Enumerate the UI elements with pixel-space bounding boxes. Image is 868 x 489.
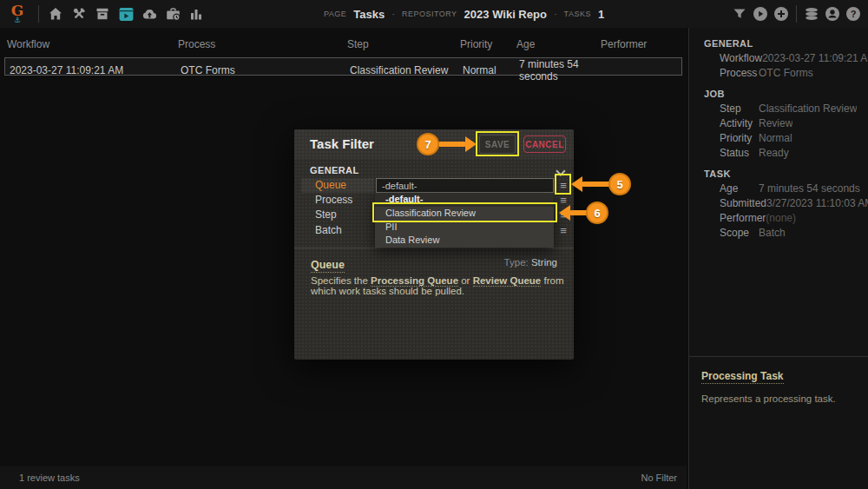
user-account-icon[interactable]: [823, 4, 842, 23]
queue-input[interactable]: [376, 178, 554, 193]
column-header-workflow[interactable]: Workflow: [7, 38, 178, 50]
detail-value: Classification Review: [759, 102, 857, 116]
highlight-box-save: [476, 131, 519, 156]
stats-chart-icon[interactable]: [187, 4, 206, 23]
property-term-link[interactable]: Queue: [311, 259, 345, 273]
database-icon[interactable]: [802, 4, 821, 23]
status-bar: 1 review tasks No Filter: [0, 466, 687, 489]
column-header-process[interactable]: Process: [178, 38, 347, 50]
app-window: G ⚓: [0, 0, 868, 489]
dialog-divider: [294, 248, 574, 248]
detail-label: Age: [689, 182, 759, 196]
task-filter-dialog: Task Filter SAVE CANCEL GENERAL Queue Pr…: [294, 129, 574, 360]
field-label-step[interactable]: Step: [301, 208, 374, 222]
logo-anchor-icon: ⚓: [14, 17, 21, 24]
svg-text:?: ?: [851, 9, 857, 19]
help-icon[interactable]: ?: [844, 4, 863, 23]
filter-status[interactable]: No Filter: [641, 472, 677, 483]
design-tools-icon[interactable]: [69, 4, 89, 23]
top-navigation-bar: G ⚓: [0, 0, 868, 28]
arrow-7-shaft: [438, 142, 466, 147]
column-header-priority[interactable]: Priority: [460, 38, 516, 50]
start-task-icon[interactable]: [751, 4, 770, 23]
detail-row-scope: Scope Batch: [689, 226, 868, 241]
breadcrumb-separator: ·: [391, 9, 395, 19]
cell-process: OTC Forms: [181, 64, 350, 76]
add-icon[interactable]: [772, 4, 791, 23]
annotation-step-7: 7: [417, 133, 439, 155]
detail-label: Scope: [689, 226, 759, 241]
topbar-divider: [38, 5, 39, 23]
help-description: Represents a processing task.: [701, 393, 857, 404]
breadcrumb-separator2: ·: [554, 9, 557, 19]
breadcrumb-repo-value[interactable]: 2023 Wiki Repo: [464, 8, 547, 21]
arrow-5-shaft: [582, 182, 611, 187]
detail-value: OTC Forms: [759, 66, 813, 81]
breadcrumb-page-label: PAGE: [324, 10, 346, 18]
detail-label: Performer: [689, 211, 766, 226]
detail-value: Batch: [759, 226, 786, 241]
home-icon[interactable]: [46, 4, 65, 23]
detail-row-activity: Activity Review: [689, 116, 868, 131]
breadcrumb-repo-label: REPOSITORY: [402, 10, 457, 18]
column-header-performer[interactable]: Performer: [601, 38, 687, 50]
section-general: GENERAL: [689, 36, 868, 51]
topbar-right-divider: [796, 5, 797, 23]
breadcrumb-tasks-label: TASKS: [564, 10, 591, 18]
task-count-status: 1 review tasks: [19, 472, 80, 483]
annotation-step-5: 5: [608, 173, 631, 195]
detail-label: Process: [689, 66, 759, 81]
help-title-link[interactable]: Processing Task: [701, 370, 784, 384]
highlight-box-classification-review: [372, 202, 557, 222]
imports-cloud-icon[interactable]: [140, 4, 159, 23]
detail-value: Review: [759, 116, 792, 131]
detail-value: 3/27/2023 11:10:03 AM: [766, 196, 868, 211]
jobs-briefcase-icon[interactable]: [163, 4, 182, 23]
field-label-process[interactable]: Process: [301, 193, 374, 208]
detail-label: Priority: [689, 131, 759, 146]
dialog-title: Task Filter: [310, 136, 374, 151]
breadcrumb-page-value[interactable]: Tasks: [353, 8, 385, 21]
detail-row-priority: Priority Normal: [689, 131, 868, 146]
app-logo[interactable]: G ⚓: [0, 3, 35, 24]
detail-row-workflow: Workflow 2023-03-27 11:09:21 AM: [689, 51, 868, 66]
detail-row-status: Status Ready: [689, 146, 868, 161]
help-panel: Processing Task Represents a processing …: [689, 356, 868, 404]
detail-row-process: Process OTC Forms: [689, 66, 868, 81]
cancel-button[interactable]: CANCEL: [523, 135, 566, 153]
field-label-queue[interactable]: Queue: [301, 178, 374, 193]
section-job: JOB: [689, 87, 868, 102]
dropdown-option-data-review[interactable]: Data Review: [375, 234, 554, 248]
column-header-age[interactable]: Age: [516, 38, 601, 50]
filter-icon[interactable]: [730, 4, 749, 23]
review-queue-link[interactable]: Review Queue: [473, 275, 542, 287]
property-type: Type: String: [504, 257, 557, 268]
task-details-panel: GENERAL Workflow 2023-03-27 11:09:21 AM …: [688, 28, 868, 489]
breadcrumb: PAGE Tasks · REPOSITORY 2023 Wiki Repo ·…: [324, 0, 604, 28]
tasks-icon-active[interactable]: [116, 4, 135, 23]
property-type-value: String: [531, 257, 557, 268]
column-header-step[interactable]: Step: [347, 38, 460, 50]
cell-step: Classification Review: [350, 64, 463, 76]
detail-label: Submitted: [689, 196, 766, 211]
cell-workflow: 2023-03-27 11:09:21 AM: [10, 64, 181, 76]
arrow-7-head: [465, 136, 477, 152]
highlight-box-queue-menu: [555, 174, 571, 195]
cell-priority: Normal: [463, 64, 519, 76]
detail-label: Activity: [689, 116, 759, 131]
breadcrumb-tasks-count: 1: [598, 8, 604, 21]
detail-row-submitted: Submitted 3/27/2023 11:10:03 AM: [689, 196, 868, 211]
property-description: Specifies the Processing Queue or Review…: [311, 276, 564, 296]
detail-value: Normal: [759, 131, 792, 146]
detail-row-age: Age 7 minutes 54 seconds: [689, 182, 868, 196]
cell-age: 7 minutes 54 seconds: [519, 58, 603, 83]
section-task: TASK: [689, 167, 868, 182]
detail-label: Status: [689, 146, 759, 161]
filter-section-general: GENERAL: [310, 165, 359, 175]
table-row[interactable]: 2023-03-27 11:09:21 AM OTC Forms Classif…: [4, 57, 682, 76]
detail-label: Step: [689, 102, 759, 116]
annotation-step-6: 6: [586, 202, 608, 224]
batch-menu-icon[interactable]: ≡: [556, 223, 570, 238]
field-label-batch[interactable]: Batch: [301, 223, 374, 238]
batches-icon[interactable]: [93, 4, 112, 23]
